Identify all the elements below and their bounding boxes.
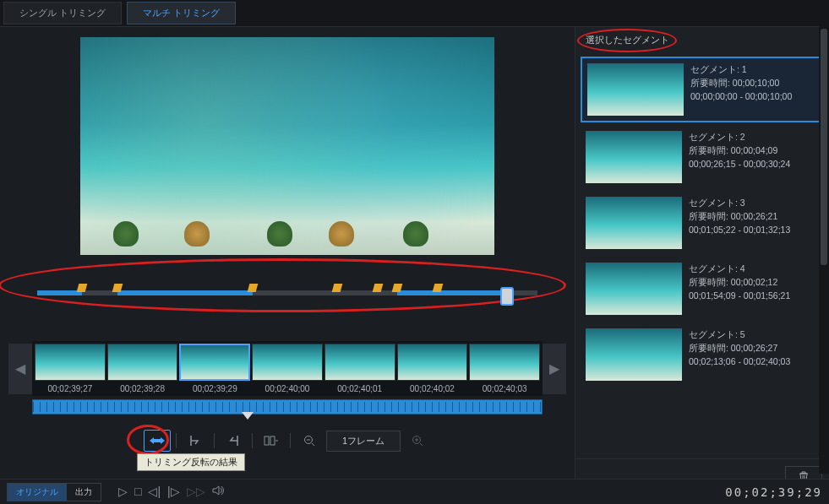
- segment-name: セグメント: 4: [689, 263, 790, 276]
- timeline-marker[interactable]: [247, 284, 258, 292]
- svg-rect-0: [265, 436, 269, 445]
- segments-panel-header: 選択したセグメント: [575, 27, 829, 53]
- speaker-icon: [212, 485, 226, 496]
- segment-duration: 所要時間: 00;00;02;12: [689, 276, 790, 290]
- frame-thumbnail: [107, 344, 178, 381]
- segment-range: 00;00;00;00 - 00;00;10;00: [690, 90, 792, 104]
- trim-toolbar: 1フレーム トリミング反転の結果: [8, 430, 566, 452]
- invert-trim-tooltip: トリミング反転の結果: [137, 453, 245, 471]
- segment-info: セグメント: 3所要時間: 00;00;26;2100;01;05;22 - 0…: [689, 197, 790, 249]
- segment-item[interactable]: セグメント: 2所要時間: 00;00;04;0900;00;26;15 - 0…: [581, 126, 824, 188]
- video-preview: [80, 37, 494, 255]
- segment-info: セグメント: 4所要時間: 00;00;02;1200;01;54;09 - 0…: [689, 263, 790, 315]
- frame-step-select[interactable]: 1フレーム: [326, 431, 401, 452]
- filmstrip-prev-button[interactable]: ◀: [8, 344, 32, 394]
- filmstrip-ruler[interactable]: [32, 399, 543, 415]
- segment-item[interactable]: セグメント: 3所要時間: 00;00;26;2100;01;05;22 - 0…: [581, 192, 824, 254]
- segment-name: セグメント: 1: [690, 63, 792, 77]
- filmstrip-frame[interactable]: 00;02;39;28: [107, 344, 178, 393]
- segment-range: 00;01;05;22 - 00;01;32;13: [689, 224, 790, 237]
- tab-multi-trim[interactable]: マルチ トリミング: [127, 2, 236, 24]
- zoom-out-button[interactable]: [296, 430, 323, 452]
- segment-name: セグメント: 5: [689, 328, 790, 342]
- frame-timecode: 00;02;40;00: [252, 384, 323, 393]
- tab-bar: シングル トリミング マルチ トリミング: [0, 0, 829, 27]
- play-button[interactable]: ▷: [118, 485, 128, 499]
- segments-list: セグメント: 1所要時間: 00;00;10;0000;00;00;00 - 0…: [575, 53, 829, 458]
- segments-panel-title: 選択したセグメント: [586, 35, 669, 45]
- segment-duration: 所要時間: 00;00;10;00: [690, 77, 792, 90]
- mark-out-icon: [226, 434, 240, 447]
- timeline-marker[interactable]: [332, 284, 343, 292]
- invert-trim-button[interactable]: [144, 430, 171, 452]
- fast-forward-button[interactable]: ▷▷: [187, 485, 205, 499]
- timecode-display: 00;02;39;29: [725, 485, 822, 499]
- segment-thumbnail: [587, 63, 684, 116]
- original-output-toggle: オリジナル 出力: [7, 483, 101, 501]
- filmstrip-frame[interactable]: 00;02;40;03: [469, 344, 540, 393]
- filmstrip[interactable]: 00;02;39;2700;02;39;2800;02;39;2900;02;4…: [32, 341, 543, 396]
- segment-range: 00;01;54;09 - 00;01;56;21: [689, 290, 790, 303]
- frame-timecode: 00;02;39;28: [107, 384, 178, 393]
- segment-info: セグメント: 2所要時間: 00;00;04;0900;00;26;15 - 0…: [689, 131, 790, 183]
- timeline-marker[interactable]: [77, 284, 88, 292]
- frame-timecode: 00;02;39;27: [35, 384, 106, 393]
- zoom-in-icon: [412, 435, 423, 447]
- segment-thumbnail: [586, 197, 682, 249]
- segment-range: 00;02;13;06 - 00;02;40;03: [689, 355, 790, 369]
- mark-in-icon: [188, 434, 202, 447]
- frame-timecode: 00;02;39;29: [179, 384, 250, 393]
- volume-button[interactable]: [212, 485, 226, 499]
- filmstrip-frame[interactable]: 00;02;40;00: [252, 344, 323, 393]
- segment-item[interactable]: セグメント: 1所要時間: 00;00;10;0000;00;00;00 - 0…: [581, 57, 824, 122]
- segment-duration: 所要時間: 00;00;26;27: [689, 342, 790, 355]
- swap-arrows-icon: [149, 436, 166, 446]
- segment-thumbnail: [586, 328, 682, 381]
- segment-range: 00;00;26;15 - 00;00;30;24: [689, 158, 790, 171]
- timeline-overview[interactable]: [22, 275, 553, 316]
- filmstrip-frame[interactable]: 00;02;39;29: [179, 344, 250, 393]
- frame-thumbnail: [35, 344, 106, 381]
- output-tab[interactable]: 出力: [67, 484, 101, 501]
- tab-single-trim[interactable]: シングル トリミング: [3, 2, 122, 24]
- segment-item[interactable]: セグメント: 5所要時間: 00;00;26;2700;02;13;06 - 0…: [581, 323, 824, 386]
- timeline-marker[interactable]: [432, 284, 443, 292]
- bottom-bar: オリジナル 出力 ▷ □ ◁| |▷ ▷▷ 00;02;39;29: [0, 479, 829, 504]
- segment-info: セグメント: 1所要時間: 00;00;10;0000;00;00;00 - 0…: [690, 63, 792, 116]
- segment-duration: 所要時間: 00;00;04;09: [689, 144, 790, 158]
- frame-timecode: 00;02;40;02: [397, 384, 468, 393]
- segment-item[interactable]: セグメント: 4所要時間: 00;00;02;1200;01;54;09 - 0…: [581, 257, 824, 320]
- scene-detect-icon: [264, 435, 279, 447]
- zoom-in-button[interactable]: [404, 430, 431, 452]
- segment-duration: 所要時間: 00;00;26;21: [689, 210, 790, 224]
- timeline-playhead[interactable]: [500, 287, 514, 306]
- frame-timecode: 00;02;40;03: [469, 384, 540, 393]
- frame-thumbnail: [397, 344, 468, 381]
- scene-detect-button[interactable]: [258, 430, 285, 452]
- prev-frame-button[interactable]: ◁|: [148, 485, 161, 499]
- filmstrip-frame[interactable]: 00;02;40;02: [397, 344, 468, 393]
- filmstrip-frame[interactable]: 00;02;39;27: [35, 344, 106, 393]
- segment-name: セグメント: 3: [689, 197, 790, 210]
- filmstrip-frame[interactable]: 00;02;40;01: [325, 344, 395, 393]
- segment-thumbnail: [586, 263, 682, 315]
- stop-button[interactable]: □: [134, 485, 141, 499]
- frame-thumbnail: [469, 344, 540, 381]
- original-tab[interactable]: オリジナル: [8, 484, 67, 501]
- zoom-out-icon: [303, 435, 315, 447]
- next-frame-button[interactable]: |▷: [167, 485, 180, 499]
- ruler-playhead-icon[interactable]: [242, 412, 254, 425]
- segment-thumbnail: [586, 131, 682, 183]
- svg-rect-1: [270, 436, 275, 445]
- mark-out-button[interactable]: [220, 430, 247, 452]
- frame-timecode: 00;02;40;01: [325, 384, 395, 393]
- segments-scrollbar[interactable]: [819, 25, 829, 474]
- segment-info: セグメント: 5所要時間: 00;00;26;2700;02;13;06 - 0…: [689, 328, 790, 381]
- mark-in-button[interactable]: [182, 430, 209, 452]
- segment-name: セグメント: 2: [689, 131, 790, 144]
- timeline-marker[interactable]: [372, 284, 383, 292]
- frame-thumbnail: [252, 344, 323, 381]
- filmstrip-next-button[interactable]: ▶: [543, 344, 566, 394]
- frame-thumbnail: [325, 344, 395, 381]
- frame-thumbnail: [179, 344, 250, 381]
